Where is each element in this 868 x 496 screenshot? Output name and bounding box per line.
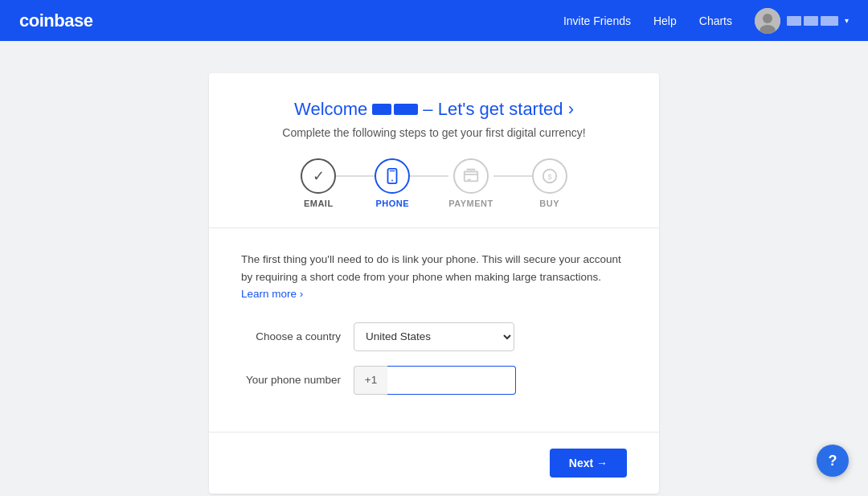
info-text: The first thing you'll need to do is lin… <box>241 251 627 303</box>
charts-link[interactable]: Charts <box>699 14 732 27</box>
welcome-username-blocks <box>372 104 418 115</box>
username-block-3 <box>821 16 838 26</box>
username-block-1 <box>787 16 801 26</box>
avatar <box>755 8 780 34</box>
invite-friends-link[interactable]: Invite Friends <box>563 14 631 27</box>
phone-row: Your phone number +1 <box>241 366 627 395</box>
step-phone-circle <box>375 158 410 194</box>
step-email-circle: ✓ <box>301 158 336 194</box>
username-block-2 <box>804 16 818 26</box>
step-payment-circle <box>453 158 489 194</box>
country-label: Choose a country <box>241 330 354 342</box>
step-buy-circle: $ <box>532 158 567 194</box>
step-buy: $ BUY <box>532 158 567 208</box>
step-phone-label: PHONE <box>375 199 409 208</box>
svg-rect-6 <box>465 172 478 182</box>
phone-control: +1 <box>354 366 627 395</box>
card-header: Welcome – Let's get started › Complete t… <box>209 73 659 228</box>
phone-input[interactable] <box>387 366 516 395</box>
help-link[interactable]: Help <box>653 14 677 27</box>
country-select[interactable]: United States United Kingdom Canada Aust… <box>354 322 514 351</box>
user-menu[interactable]: ▾ <box>755 8 849 34</box>
navbar-right: Invite Friends Help Charts ▾ <box>563 8 849 34</box>
learn-more-link[interactable]: Learn more › <box>241 288 303 300</box>
onboarding-card: Welcome – Let's get started › Complete t… <box>209 73 659 494</box>
welcome-subtitle: Complete the following steps to get your… <box>241 126 627 139</box>
main-content: Welcome – Let's get started › Complete t… <box>0 41 868 496</box>
help-fab-button[interactable]: ? <box>817 445 849 477</box>
step-line-2 <box>410 175 448 177</box>
username-blocks <box>787 16 838 26</box>
brand-logo[interactable]: coinbase <box>19 10 92 31</box>
navbar: coinbase Invite Friends Help Charts ▾ <box>0 0 868 41</box>
welcome-block-2 <box>394 104 418 115</box>
svg-point-1 <box>763 14 772 23</box>
steps-progress: ✓ EMAIL PHONE <box>241 158 627 208</box>
welcome-title: Welcome – Let's get started › <box>241 99 627 120</box>
country-control: United States United Kingdom Canada Aust… <box>354 322 627 351</box>
step-payment: PAYMENT <box>448 158 493 208</box>
svg-point-4 <box>391 180 393 182</box>
phone-label: Your phone number <box>241 374 354 386</box>
card-body: The first thing you'll need to do is lin… <box>209 228 659 432</box>
country-row: Choose a country United States United Ki… <box>241 322 627 351</box>
step-line-1 <box>336 175 375 177</box>
svg-text:$: $ <box>547 173 551 181</box>
card-footer: Next → <box>209 432 659 494</box>
step-email: ✓ EMAIL <box>301 158 336 208</box>
welcome-prefix: Welcome <box>294 99 367 120</box>
phone-prefix: +1 <box>354 366 387 395</box>
step-payment-label: PAYMENT <box>448 199 493 208</box>
step-email-label: EMAIL <box>304 199 334 208</box>
welcome-suffix: – Let's get started › <box>423 99 574 120</box>
step-buy-label: BUY <box>539 199 559 208</box>
step-phone: PHONE <box>375 158 410 208</box>
welcome-block-1 <box>372 104 391 115</box>
next-button[interactable]: Next → <box>550 449 627 478</box>
step-line-3 <box>493 175 532 177</box>
user-menu-caret: ▾ <box>845 16 849 25</box>
